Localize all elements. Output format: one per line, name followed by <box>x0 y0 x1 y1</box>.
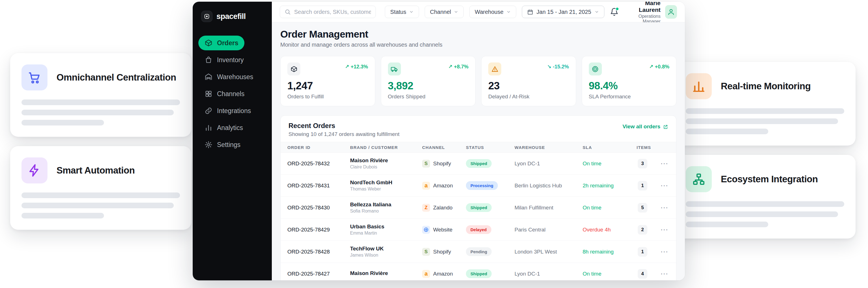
status-filter-dropdown[interactable]: Status <box>385 6 419 18</box>
search-icon <box>284 9 291 15</box>
main-column: Status Channel Warehouse Jan 15 - Jan 21… <box>272 2 685 280</box>
sidebar-item-inventory[interactable]: Inventory <box>198 53 250 67</box>
table-row[interactable]: ORD-2025-78430 Bellezza ItalianaSofia Ro… <box>281 197 676 219</box>
date-range-label: Jan 15 - Jan 21, 2025 <box>536 9 591 15</box>
table-row[interactable]: ORD-2025-78429 Urban BasicsEmma Martin W… <box>281 219 676 241</box>
row-menu-button[interactable]: ⋯ <box>659 247 670 257</box>
feature-title: Real-time Monitoring <box>721 81 811 92</box>
feature-card-omnichannel: Omnichannel Centralization <box>10 53 191 137</box>
notifications-button[interactable] <box>610 8 619 16</box>
feature-card-automation: Smart Automation <box>10 146 191 230</box>
row-menu-button[interactable]: ⋯ <box>659 159 670 169</box>
channel-name: Shopify <box>433 161 451 167</box>
status-badge: Shipped <box>466 159 492 168</box>
channel-name: Amazon <box>433 271 453 277</box>
items-count-badge: 1 <box>638 181 647 191</box>
grid-icon <box>205 90 213 98</box>
kpi-card-sla-performance: +0.8% 98.4% SLA Performance <box>582 56 677 106</box>
chevron-down-icon <box>506 9 511 14</box>
chart-icon <box>205 124 213 132</box>
table-row[interactable]: ORD-2025-78427 Maison Rivière Amazon Shi… <box>281 263 676 280</box>
row-menu-button[interactable]: ⋯ <box>659 203 670 213</box>
order-id: ORD-2025-78432 <box>287 161 350 167</box>
skeleton-line <box>22 110 174 115</box>
customer-name: Thomas Weber <box>350 186 422 192</box>
table-row[interactable]: ORD-2025-78431 NordTech GmbHThomas Weber… <box>281 175 676 197</box>
user-menu[interactable]: Marie Laurent Operations Manager <box>624 2 677 24</box>
channel-icon <box>422 204 430 212</box>
shopping-cart-icon <box>22 64 48 90</box>
sla-status: Overdue 4h <box>583 227 637 233</box>
skeleton-line <box>686 201 844 207</box>
filter-label: Channel <box>430 9 451 15</box>
user-meta: Marie Laurent Operations Manager <box>624 2 660 24</box>
view-all-orders-link[interactable]: View all orders <box>622 123 668 130</box>
column-header: SLA <box>583 145 637 150</box>
feature-title: Omnichannel Centralization <box>57 72 176 83</box>
table-row[interactable]: ORD-2025-78428 TechFlow UKJames Wilson S… <box>281 241 676 263</box>
sidebar-item-warehouses[interactable]: Warehouses <box>198 69 259 84</box>
brand-name: Bellezza Italiana <box>350 202 422 208</box>
items-count-badge: 2 <box>638 225 647 235</box>
sla-status: On time <box>583 161 637 167</box>
link-icon <box>205 107 213 115</box>
feature-title: Ecosystem Integration <box>721 174 818 184</box>
kpi-label: Orders to Fulfill <box>287 93 368 100</box>
column-header: STATUS <box>466 145 515 150</box>
channel-icon <box>422 182 430 190</box>
search-input[interactable] <box>294 9 371 15</box>
order-id: ORD-2025-78427 <box>287 271 350 277</box>
sidebar-item-settings[interactable]: Settings <box>198 137 247 152</box>
feature-title: Smart Automation <box>57 165 135 176</box>
recent-orders-title: Recent Orders <box>288 122 400 130</box>
skeleton-line <box>686 211 838 217</box>
sidebar-item-integrations[interactable]: Integrations <box>198 104 257 118</box>
recent-orders-subtitle: Showing 10 of 1,247 orders awaiting fulf… <box>288 131 400 137</box>
trend-badge: +0.8% <box>649 64 670 70</box>
feature-card-monitoring: Real-time Monitoring <box>675 62 856 146</box>
warehouse-name: Lyon DC-1 <box>515 271 583 277</box>
chevron-down-icon <box>409 9 414 14</box>
brand-name: Maison Rivière <box>350 270 422 277</box>
sla-status: On time <box>583 205 637 211</box>
page-subtitle: Monitor and manage orders across all war… <box>280 41 676 48</box>
channel-name: Website <box>433 227 453 233</box>
skeleton-line <box>686 118 838 124</box>
sidebar-item-channels[interactable]: Channels <box>198 86 251 101</box>
external-link-icon <box>663 124 668 129</box>
sidebar-item-analytics[interactable]: Analytics <box>198 120 249 135</box>
sidebar-item-orders[interactable]: Orders <box>198 36 244 50</box>
row-menu-button[interactable]: ⋯ <box>659 181 670 191</box>
target-icon <box>589 62 602 76</box>
kpi-label: SLA Performance <box>589 93 670 100</box>
table-header-row: ORDER ID BRAND / CUSTOMER CHANNEL STATUS… <box>281 142 676 153</box>
warehouse-filter-dropdown[interactable]: Warehouse <box>469 6 516 18</box>
kpi-label: Delayed / At-Risk <box>488 93 569 100</box>
status-badge: Pending <box>466 247 492 256</box>
column-header: ORDER ID <box>287 145 350 150</box>
column-header: BRAND / CUSTOMER <box>350 145 422 150</box>
kpi-value: 1,247 <box>287 80 368 92</box>
chevron-down-icon <box>454 9 458 14</box>
spacefill-logo[interactable]: spacefill <box>198 9 266 23</box>
items-count-badge: 5 <box>638 203 647 212</box>
warning-icon <box>488 62 501 76</box>
brand-name: Urban Basics <box>350 224 422 230</box>
search-box <box>280 6 376 18</box>
warehouse-name: Paris Central <box>515 227 583 233</box>
kpi-card-orders-shipped: +8.7% 3,892 Orders Shipped <box>381 56 476 106</box>
sidebar-item-label: Integrations <box>217 107 251 115</box>
trend-badge: +8.7% <box>448 64 468 70</box>
table-row[interactable]: ORD-2025-78432 Maison RivièreClaire Dubo… <box>281 153 676 175</box>
date-range-picker[interactable]: Jan 15 - Jan 21, 2025 <box>522 6 604 18</box>
row-menu-button[interactable]: ⋯ <box>659 269 670 279</box>
channel-icon <box>422 226 430 234</box>
status-badge: Shipped <box>466 203 492 212</box>
package-icon <box>287 62 300 76</box>
skeleton-line <box>686 222 768 227</box>
order-id: ORD-2025-78429 <box>287 227 350 233</box>
avatar <box>665 5 677 19</box>
brand-name: Maison Rivière <box>350 157 422 164</box>
channel-filter-dropdown[interactable]: Channel <box>425 6 464 18</box>
row-menu-button[interactable]: ⋯ <box>659 225 670 235</box>
